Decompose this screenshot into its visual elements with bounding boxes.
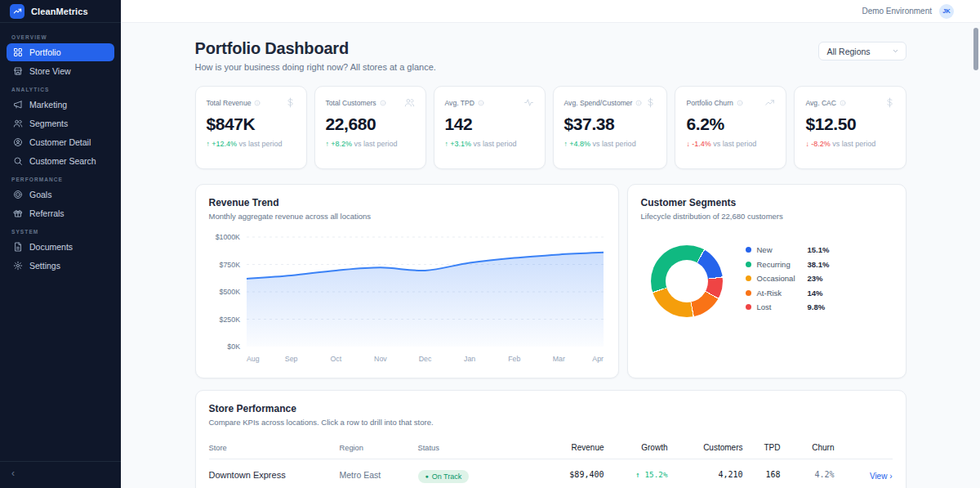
legend-color-dot <box>746 275 751 281</box>
svg-text:Dec: Dec <box>418 355 431 363</box>
vertical-scrollbar[interactable] <box>973 28 978 70</box>
kpi-label: Avg. Spend/Customer <box>564 99 633 107</box>
arrow-up-icon: ↑ <box>207 140 210 148</box>
sidebar-item-label: Portfolio <box>29 47 61 57</box>
view-store-link[interactable]: View › <box>870 472 893 481</box>
dollar-icon <box>645 97 656 108</box>
nav-section-label: ANALYTICS <box>11 87 109 92</box>
status-dot-icon: ● <box>425 473 429 479</box>
arrow-up-icon: ↑ <box>564 140 568 148</box>
svg-text:Oct: Oct <box>330 355 341 363</box>
legend-label: Recurring <box>757 260 808 269</box>
page-subtitle: How is your business doing right now? Al… <box>195 62 436 72</box>
sidebar-item-segments[interactable]: Segments <box>7 114 114 132</box>
sidebar-item-label: Documents <box>29 242 73 252</box>
kpi-value: $37.38 <box>564 114 657 134</box>
app-logo: CleanMetrics <box>0 0 121 23</box>
legend-value: 15.1% <box>808 245 830 254</box>
kpi-label: Portfolio Churn <box>686 99 733 107</box>
sidebar-nav: OVERVIEWPortfolioStore ViewANALYTICSMark… <box>0 23 121 461</box>
svg-text:$250K: $250K <box>219 316 240 324</box>
charts-row: Revenue Trend Monthly aggregate revenue … <box>195 184 906 378</box>
info-icon[interactable] <box>380 100 386 106</box>
region-filter-value: All Regions <box>827 47 871 56</box>
kpi-value: $12.50 <box>805 114 894 134</box>
status-cell: ●On Track <box>418 467 521 483</box>
sidebar-item-portfolio[interactable]: Portfolio <box>7 43 114 61</box>
info-icon[interactable] <box>737 100 743 106</box>
growth-cell: ↑ 15.2% <box>604 470 668 479</box>
sidebar-item-referrals[interactable]: Referrals <box>7 204 114 222</box>
arrow-up-icon: ↑ <box>445 140 448 148</box>
users-icon <box>13 119 23 128</box>
svg-text:Feb: Feb <box>508 355 520 363</box>
kpi-delta: ↓ -8.2% vs last period <box>805 140 894 148</box>
dollar-icon <box>285 97 296 108</box>
donut-hole <box>666 260 708 302</box>
kpi-value: 22,680 <box>326 114 415 134</box>
kpi-value: 142 <box>445 114 534 134</box>
legend-item: At-Risk 14% <box>746 289 830 298</box>
legend-item: Occasional 23% <box>746 274 830 283</box>
store-name-cell: Downtown Express <box>209 470 340 480</box>
segments-legend: New 15.1% Recurring 38.1% Occasional 23%… <box>746 245 830 317</box>
page-header: Portfolio Dashboard How is your business… <box>195 39 906 72</box>
kpi-delta: ↑ +4.8% vs last period <box>564 140 657 148</box>
region-filter-select[interactable]: All Regions <box>818 42 906 60</box>
chart-subtitle: Lifecycle distribution of 22,680 custome… <box>641 212 893 221</box>
arrow-down-icon: ↓ <box>805 140 808 148</box>
svg-text:Nov: Nov <box>374 355 387 363</box>
trending-up-icon <box>10 4 24 19</box>
nav-section-label: PERFORMANCE <box>11 177 109 182</box>
legend-label: Lost <box>757 302 808 311</box>
activity-icon <box>523 97 534 108</box>
kpi-value: $847K <box>207 114 296 134</box>
table-row[interactable]: Downtown Express Metro East ●On Track $8… <box>209 459 893 488</box>
legend-color-dot <box>746 247 751 253</box>
legend-label: At-Risk <box>757 289 808 298</box>
document-icon <box>13 242 23 252</box>
sidebar-item-label: Customer Search <box>29 156 96 166</box>
sidebar-item-customer-detail[interactable]: Customer Detail <box>7 133 114 151</box>
region-cell: Metro East <box>340 470 418 480</box>
chart-title: Revenue Trend <box>209 197 605 208</box>
kpi-delta: ↑ +12.4% vs last period <box>207 140 296 148</box>
info-icon[interactable] <box>840 100 846 106</box>
sidebar-item-documents[interactable]: Documents <box>7 238 114 256</box>
sidebar-item-store-view[interactable]: Store View <box>7 62 114 80</box>
svg-text:Mar: Mar <box>552 355 564 363</box>
app-name: CleanMetrics <box>31 7 88 16</box>
sidebar-item-label: Referrals <box>29 208 65 218</box>
main-area: Demo Environment JK Portfolio Dashboard … <box>121 0 980 488</box>
sidebar-item-label: Goals <box>29 190 51 199</box>
sidebar: CleanMetrics OVERVIEWPortfolioStore View… <box>0 0 121 488</box>
user-avatar[interactable]: JK <box>939 4 954 19</box>
sidebar-item-label: Marketing <box>29 100 67 110</box>
tpd-cell: 168 <box>743 470 781 479</box>
sidebar-collapse-button[interactable]: ‹ <box>11 468 15 478</box>
sidebar-item-goals[interactable]: Goals <box>7 186 114 204</box>
revenue-trend-card: Revenue Trend Monthly aggregate revenue … <box>195 184 619 378</box>
store-table: StoreRegionStatusRevenueGrowthCustomersT… <box>209 440 893 488</box>
nav-section-label: SYSTEM <box>11 229 109 235</box>
legend-value: 23% <box>808 274 823 283</box>
info-icon[interactable] <box>254 100 261 106</box>
svg-text:$750K: $750K <box>219 261 240 269</box>
legend-color-dot <box>746 304 751 310</box>
kpi-label: Avg. CAC <box>805 99 836 107</box>
status-badge: ●On Track <box>418 470 470 483</box>
info-icon[interactable] <box>478 100 484 106</box>
svg-text:Aug: Aug <box>247 355 260 363</box>
users-icon <box>404 97 415 108</box>
svg-text:$1000K: $1000K <box>215 233 239 241</box>
kpi-label: Total Revenue <box>207 99 252 107</box>
sidebar-item-customer-search[interactable]: Customer Search <box>7 152 114 170</box>
column-header-revenue: Revenue <box>521 443 604 452</box>
info-icon[interactable] <box>635 100 642 106</box>
sidebar-item-settings[interactable]: Settings <box>7 257 114 275</box>
column-header-churn: Churn <box>781 443 835 452</box>
store-icon <box>13 66 23 76</box>
sidebar-item-marketing[interactable]: Marketing <box>7 96 114 114</box>
table-body: Downtown Express Metro East ●On Track $8… <box>209 459 893 488</box>
table-title: Store Performance <box>209 403 893 414</box>
